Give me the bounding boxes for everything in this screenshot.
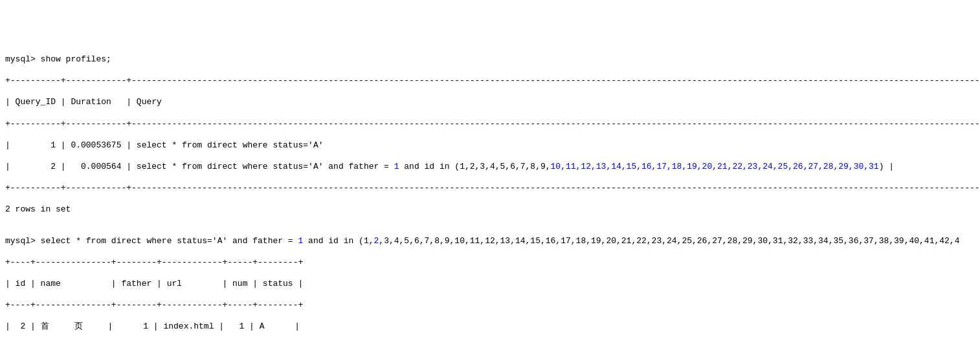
line-4: +----------+------------+---------------… bbox=[5, 118, 975, 130]
line-3: | Query_ID | Duration | Query bbox=[5, 96, 975, 108]
line-12: | id | name | father | url | num | statu… bbox=[5, 278, 975, 290]
line-6: | 2 | 0.000564 | select * from direct wh… bbox=[5, 161, 975, 173]
line-13: +----+---------------+--------+---------… bbox=[5, 299, 975, 311]
terminal-output: mysql> show profiles; +----------+------… bbox=[5, 44, 975, 337]
line-7: +----------+------------+---------------… bbox=[5, 182, 975, 194]
line-1: mysql> show profiles; bbox=[5, 54, 975, 65]
line-14: | 2 | 首 页 | 1 | index.html | 1 | A | bbox=[5, 321, 975, 332]
line-5: | 1 | 0.00053675 | select * from direct … bbox=[5, 140, 975, 151]
line-8: 2 rows in set bbox=[5, 204, 975, 215]
line-2: +----------+------------+---------------… bbox=[5, 75, 975, 87]
line-10: mysql> select * from direct where status… bbox=[5, 235, 975, 247]
line-11: +----+---------------+--------+---------… bbox=[5, 257, 975, 268]
